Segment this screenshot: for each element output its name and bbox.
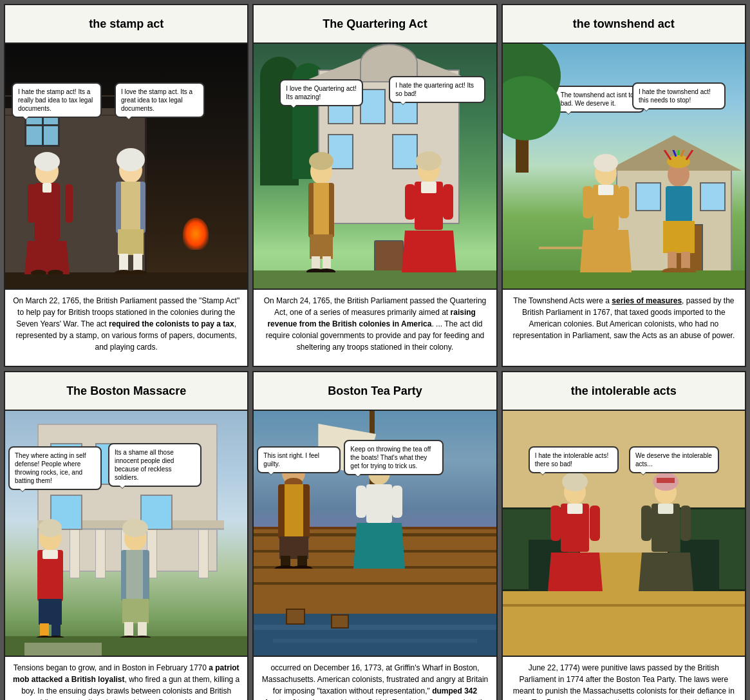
bubble-massacre-1: They where acting in self defense! Peopl… [8, 446, 102, 490]
svg-line-47 [686, 150, 693, 160]
cell-quartering-act: The Quartering Act [252, 4, 497, 367]
bubble-1: I hate the stamp act! Its a really bad i… [12, 82, 102, 118]
svg-marker-31 [402, 231, 456, 272]
svg-rect-33 [443, 184, 453, 220]
wave1 [254, 625, 496, 630]
svg-rect-40 [619, 186, 629, 218]
svg-rect-66 [126, 550, 143, 600]
svg-rect-99 [550, 506, 561, 541]
cell-stamp-act: the stamp act [4, 4, 248, 367]
svg-rect-92 [356, 486, 366, 518]
svg-marker-98 [548, 553, 603, 591]
character-intolerable-1 [548, 469, 603, 591]
cell-boston-massacre: The Boston Massacre [4, 371, 248, 700]
svg-rect-108 [680, 506, 691, 541]
svg-rect-69 [138, 622, 147, 638]
svg-line-46 [681, 150, 685, 156]
svg-rect-6 [65, 184, 73, 223]
svg-point-10 [117, 148, 145, 171]
text-quartering-act: On March 24, 1765, the British Parliamen… [254, 289, 496, 366]
svg-line-44 [672, 150, 676, 156]
svg-point-64 [122, 519, 148, 537]
storyboard-grid: the stamp act [0, 0, 750, 700]
col3 [95, 527, 106, 578]
ground [5, 272, 247, 289]
text-townshend-act: The Townshend Acts were a series of meas… [503, 289, 745, 366]
title-intolerable-acts: the intolerable acts [503, 372, 745, 411]
svg-rect-68 [124, 622, 133, 638]
svg-rect-105 [658, 504, 673, 514]
title-quartering-act: The Quartering Act [254, 5, 496, 44]
window-divider-h [24, 124, 60, 126]
svg-rect-39 [583, 186, 593, 218]
bubble-2: I love the stamp act. Its a great idea t… [115, 82, 205, 118]
svg-marker-106 [639, 553, 693, 591]
path [24, 643, 102, 656]
tea-chest-2 [331, 614, 349, 629]
svg-rect-97 [567, 504, 583, 514]
character-massacre-1 [24, 515, 76, 638]
character-townshend-2 [652, 150, 706, 272]
ground-townshend [503, 270, 745, 289]
svg-rect-57 [42, 550, 58, 559]
svg-point-28 [416, 151, 442, 171]
scene-boston-tea-party: This isnt right. I feel guilty. Keep on … [254, 411, 496, 656]
svg-rect-78 [279, 536, 308, 559]
svg-point-82 [291, 565, 313, 569]
svg-point-95 [562, 472, 588, 491]
svg-marker-91 [353, 523, 405, 569]
bubble-townshend-1: The townshend act isnt too bad. We deser… [554, 86, 644, 113]
svg-point-1 [34, 152, 60, 171]
svg-rect-37 [598, 185, 614, 195]
svg-point-19 [309, 152, 333, 170]
svg-point-53 [675, 268, 696, 272]
svg-rect-100 [590, 506, 600, 541]
scene-quartering-act: I love the Quartering act! Its amazing! … [254, 44, 496, 289]
svg-point-17 [129, 270, 147, 274]
character-quartering-2 [402, 147, 456, 272]
character-quartering-1 [295, 147, 347, 272]
cell-townshend-act: the townshend act [502, 4, 746, 367]
bubble-tea-1: This isnt right. I feel guilty. [257, 446, 341, 473]
svg-rect-49 [663, 221, 695, 253]
svg-rect-5 [28, 184, 35, 223]
col6 [198, 527, 209, 578]
svg-point-42 [667, 155, 690, 168]
bubble-tea-2: Keep on throwing the tea off the boats! … [344, 440, 444, 475]
svg-rect-59 [40, 623, 49, 638]
house-win2 [360, 89, 386, 124]
svg-rect-3 [42, 183, 52, 193]
svg-rect-12 [121, 182, 140, 233]
text-boston-massacre: Tensions began to grow, and in Boston in… [5, 656, 247, 700]
title-boston-massacre: The Boston Massacre [5, 372, 247, 411]
text-boston-tea-party: occurred on December 16, 1773, at Griffi… [254, 656, 496, 700]
cell-intolerable-acts: the intolerable acts [502, 371, 746, 700]
scene-intolerable-acts: I hate the intolerable acts! there so ba… [503, 411, 745, 656]
character-massacre-2 [108, 515, 163, 638]
character-townshend-1 [580, 150, 632, 272]
svg-rect-77 [285, 484, 303, 538]
character-1 [24, 146, 76, 274]
title-stamp-act: the stamp act [5, 5, 247, 44]
title-townshend-act: the townshend act [503, 5, 745, 44]
cell-boston-tea-party: Boston Tea Party [252, 371, 497, 700]
bubble-quartering-2: I hate the quartering act! Its so bad! [389, 76, 485, 103]
svg-rect-13 [118, 229, 144, 255]
svg-rect-32 [405, 184, 415, 220]
scene-boston-massacre: They where acting in self defense! Peopl… [5, 411, 247, 656]
svg-rect-58 [39, 599, 62, 625]
svg-point-35 [594, 154, 618, 172]
svg-point-62 [47, 636, 65, 638]
svg-rect-22 [310, 234, 333, 259]
wave2 [273, 639, 476, 643]
title-boston-tea-party: Boston Tea Party [254, 372, 496, 411]
scene-stamp-act: I hate the stamp act! Its a really bad i… [5, 44, 247, 289]
bubble-quartering-1: I love the Quartering act! Its amazing! [279, 79, 363, 106]
ground-quartering [254, 270, 496, 289]
svg-rect-103 [657, 478, 675, 483]
character-intolerable-2 [639, 469, 693, 591]
floor-plank [503, 604, 745, 607]
svg-point-71 [133, 636, 152, 638]
svg-rect-67 [122, 599, 149, 623]
svg-rect-30 [421, 182, 436, 193]
